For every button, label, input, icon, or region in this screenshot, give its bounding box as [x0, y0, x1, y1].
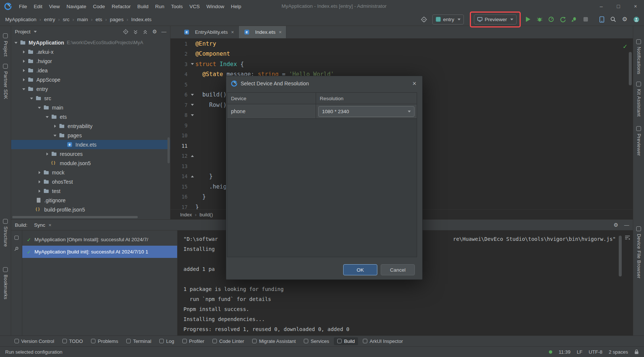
profiler-button[interactable] — [546, 14, 556, 24]
tool-window-button[interactable]: ArkUI Inspector — [360, 337, 406, 345]
breadcrumb-item[interactable]: MyApplication — [5, 17, 36, 22]
fold-marker-icon[interactable] — [190, 141, 195, 151]
tool-window-button[interactable]: Services — [300, 337, 332, 345]
stop-button[interactable] — [581, 14, 591, 24]
tool-window-button[interactable]: Build — [334, 337, 358, 345]
tree-chevron-icon[interactable] — [37, 179, 43, 185]
locate-file-icon[interactable] — [123, 29, 129, 35]
close-tab-icon[interactable]: × — [49, 222, 52, 228]
close-button[interactable]: × — [627, 0, 644, 13]
tree-chevron-icon[interactable] — [21, 58, 27, 64]
panel-settings-gear-icon[interactable]: ⚙ — [152, 29, 157, 34]
fold-marker-icon[interactable] — [190, 59, 195, 69]
soft-wrap-icon[interactable] — [625, 235, 630, 240]
tool-strip-notifications[interactable]: Notifications — [633, 39, 644, 75]
tool-window-button[interactable]: Terminal — [123, 337, 155, 345]
tree-item[interactable]: .idea — [11, 66, 170, 75]
menu-item[interactable]: Navigate — [63, 3, 90, 10]
run-button[interactable] — [523, 14, 533, 24]
filter-icon[interactable] — [14, 236, 19, 240]
fold-marker-icon[interactable] — [190, 161, 195, 171]
tree-item[interactable]: .arkui-x — [11, 47, 170, 56]
account-avatar-icon[interactable] — [631, 14, 641, 24]
menu-item[interactable]: Edit — [30, 3, 46, 10]
menu-item[interactable]: View — [46, 3, 63, 10]
tree-chevron-icon[interactable] — [29, 207, 35, 213]
tree-item[interactable]: ets — [11, 112, 170, 121]
expand-all-icon[interactable] — [133, 29, 138, 35]
tool-strip-bookmarks[interactable]: Bookmarks — [0, 267, 11, 299]
build-tab-sync[interactable]: Sync × — [34, 222, 52, 228]
fold-marker-icon[interactable] — [190, 131, 195, 141]
tree-chevron-icon[interactable] — [29, 197, 35, 203]
tree-chevron-icon[interactable] — [13, 40, 19, 46]
tree-item[interactable]: .gitignore — [11, 196, 170, 205]
tree-chevron-icon[interactable] — [21, 49, 27, 55]
minimize-panel-icon[interactable]: — — [624, 222, 630, 228]
maximize-button[interactable]: □ — [610, 0, 627, 13]
menu-item[interactable]: Refactor — [108, 3, 134, 10]
close-tab-icon[interactable]: × — [231, 29, 234, 35]
indent-indicator[interactable]: 2 spaces — [609, 349, 628, 355]
breadcrumb-item[interactable]: pages — [102, 17, 123, 22]
console-scrollbar[interactable] — [619, 236, 622, 276]
tree-item[interactable]: main — [11, 103, 170, 112]
module-selector[interactable]: entry — [432, 14, 464, 24]
editor-breadcrumb-item[interactable]: build() — [192, 212, 213, 217]
tool-strip-kit-assistant[interactable]: Kit Assistant — [633, 82, 644, 117]
tree-item[interactable]: mock — [11, 168, 170, 177]
tool-window-button[interactable]: Profiler — [179, 337, 208, 345]
tool-window-button[interactable]: Migrate Assistant — [249, 337, 299, 345]
breadcrumb-item[interactable]: entry — [36, 17, 55, 22]
encoding-indicator[interactable]: UTF-8 — [589, 349, 602, 355]
tree-chevron-icon[interactable] — [52, 132, 58, 138]
fold-marker-icon[interactable] — [190, 79, 195, 90]
tree-chevron-icon[interactable] — [52, 123, 58, 129]
tree-chevron-icon[interactable] — [45, 151, 51, 157]
tool-strip-partner-sdk[interactable]: Partner SDK — [0, 64, 11, 99]
tool-window-button[interactable]: Code Linter — [209, 337, 247, 345]
fold-marker-icon[interactable] — [190, 151, 195, 161]
tool-strip-project[interactable]: Project — [0, 33, 11, 56]
chevron-down-icon[interactable] — [34, 31, 37, 33]
editor-tab[interactable]: Index.ets × — [239, 26, 286, 38]
tree-chevron-icon[interactable] — [37, 170, 43, 176]
resolution-dropdown[interactable]: 1080 * 2340 — [318, 106, 414, 117]
tree-item[interactable]: pages — [11, 131, 170, 140]
tool-window-button[interactable]: Log — [156, 337, 178, 345]
breadcrumb-item[interactable]: ets — [88, 17, 103, 22]
fold-marker-icon[interactable] — [190, 120, 195, 131]
lock-icon[interactable] — [634, 349, 639, 354]
tree-chevron-icon[interactable] — [37, 105, 43, 111]
attach-debugger-button[interactable] — [569, 14, 579, 24]
fold-marker-icon[interactable] — [190, 100, 195, 110]
fold-marker-icon[interactable] — [190, 202, 195, 210]
fold-marker-icon[interactable] — [190, 39, 195, 49]
settings-gear-icon[interactable]: ⚙ — [620, 14, 630, 24]
minimize-button[interactable]: – — [593, 0, 610, 13]
build-task-row[interactable]: ✓ MyApplication [Ohpm Install]: successf… — [22, 233, 177, 246]
hide-panel-icon[interactable]: — — [162, 29, 167, 35]
fold-marker-icon[interactable] — [190, 171, 195, 182]
fold-marker-icon[interactable] — [190, 49, 195, 59]
fold-marker-icon[interactable] — [190, 110, 195, 121]
inspections-ok-icon[interactable]: ✓ — [623, 43, 628, 50]
build-settings-gear-icon[interactable]: ⚙ — [614, 222, 618, 227]
tree-item[interactable]: entry — [11, 84, 170, 94]
tree-chevron-icon[interactable] — [45, 114, 51, 120]
tool-window-button[interactable]: Version Control — [11, 337, 58, 345]
project-panel-title[interactable]: Project — [15, 29, 30, 35]
tree-chevron-icon[interactable] — [21, 86, 27, 92]
cancel-button[interactable]: Cancel — [381, 264, 415, 275]
fold-marker-icon[interactable] — [190, 192, 195, 202]
tree-item[interactable]: ohosTest — [11, 177, 170, 186]
device-manager-icon[interactable] — [597, 14, 606, 24]
tree-item[interactable]: AppScope — [11, 75, 170, 84]
dialog-close-icon[interactable]: × — [411, 80, 418, 88]
debug-button[interactable] — [535, 14, 544, 24]
tree-item[interactable]: entryability — [11, 121, 170, 131]
editor-scrollbar[interactable] — [629, 52, 632, 85]
tool-window-button[interactable]: TODO — [59, 337, 86, 345]
menu-item[interactable]: Build — [134, 3, 152, 10]
editor-breadcrumb-item[interactable]: Index — [180, 212, 192, 217]
